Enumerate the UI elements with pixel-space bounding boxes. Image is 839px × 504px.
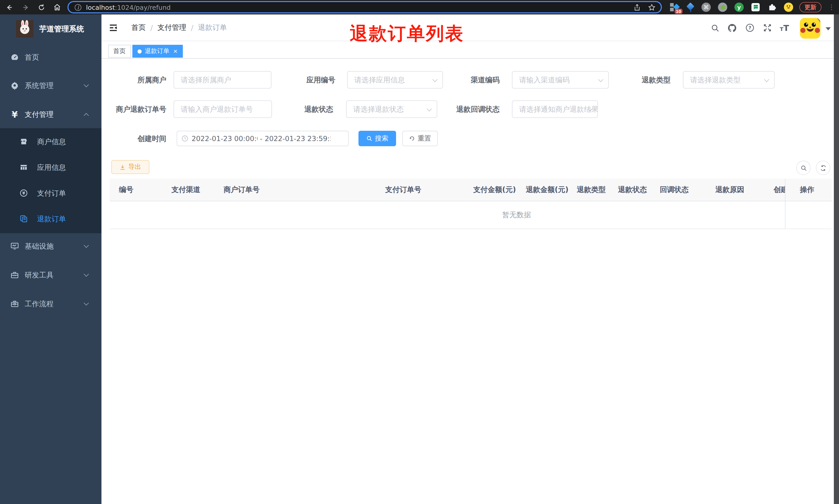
yen-icon: ¥	[10, 110, 19, 119]
refund-table: 编号 支付渠道 商户订单号 支付订单号 支付金额(元) 退款金额(元) 退款类型…	[110, 179, 832, 229]
col-header: 退款状态	[613, 185, 655, 194]
export-button[interactable]: 导出	[111, 160, 149, 174]
bookmark-star-icon[interactable]	[648, 3, 656, 11]
fullscreen-icon[interactable]	[760, 14, 775, 41]
site-info-icon[interactable]: i	[75, 4, 82, 11]
sidebar-item-pay-order[interactable]: ¥ 支付订单	[0, 180, 102, 206]
extension-icon-green-dot[interactable]	[718, 3, 727, 12]
extension-icon-y[interactable]: y	[734, 3, 744, 12]
page-title-annotation: 退款订单列表	[350, 22, 464, 46]
sidebar-item-dev-tools[interactable]: 研发工具	[0, 262, 102, 288]
close-icon[interactable]: ×	[173, 48, 178, 54]
tag-label: 首页	[113, 47, 126, 56]
breadcrumb-current: 退款订单	[198, 23, 227, 32]
breadcrumb: 首页 / 支付管理 / 退款订单	[131, 14, 227, 41]
breadcrumb-payment[interactable]: 支付管理	[157, 23, 186, 32]
chevron-down-icon	[84, 300, 89, 306]
breadcrumb-home[interactable]: 首页	[131, 23, 146, 32]
extension-icon-emoji[interactable]	[784, 3, 793, 12]
sidebar-item-system[interactable]: 系统管理	[0, 73, 102, 98]
notify-status-select[interactable]: 请选择通知商户退款结果的	[512, 101, 598, 118]
document-copy-icon	[20, 215, 28, 223]
extension-icon-kite[interactable]	[686, 3, 695, 12]
chevron-down-icon	[84, 272, 89, 277]
search-button[interactable]: 搜索	[358, 131, 396, 146]
sidebar-item-app-info[interactable]: 应用信息	[0, 155, 102, 180]
browser-reload-icon[interactable]	[35, 0, 47, 14]
reset-button[interactable]: 重置	[402, 131, 438, 146]
filter-label: 应用编号	[253, 71, 335, 89]
search-icon[interactable]	[707, 14, 722, 41]
toolbox-icon	[10, 271, 19, 279]
browser-update-button[interactable]: 更新	[799, 2, 821, 12]
toggle-search-button[interactable]	[796, 161, 811, 175]
browser-menu-icon[interactable]: ⋮	[828, 2, 835, 13]
col-header: 操作	[785, 185, 832, 194]
col-header: 支付渠道	[166, 185, 218, 194]
avatar-caret-icon[interactable]	[826, 27, 831, 30]
filter-label: 退款状态	[251, 101, 333, 118]
extension-icon-command[interactable]: ⌘	[701, 3, 711, 12]
col-header: 退款类型	[572, 185, 613, 194]
refund-type-select[interactable]: 请选择退款类型	[683, 71, 774, 89]
tags-view: 首页 退款订单 ×	[102, 42, 839, 59]
filter-label: 退款回调状态	[417, 101, 500, 118]
shop-icon	[20, 138, 28, 146]
export-button-label: 导出	[128, 163, 141, 172]
refresh-button[interactable]	[816, 161, 830, 175]
sidebar-item-label: 研发工具	[25, 262, 54, 288]
help-icon[interactable]: ?	[742, 14, 757, 41]
extension-icon-tiles[interactable]: 10	[670, 3, 679, 12]
sidebar-item-workflow[interactable]: 工作流程	[0, 291, 102, 317]
payment-submenu: 商户信息 应用信息 ¥ 支付订单 退款订单	[0, 128, 102, 233]
extension-icon-puzzle[interactable]	[767, 3, 777, 12]
tag-refund-order[interactable]: 退款订单 ×	[132, 45, 183, 58]
tag-home[interactable]: 首页	[108, 45, 131, 58]
main-area: 首页 / 支付管理 / 退款订单 退款订单列表 ? TT	[102, 14, 839, 504]
reset-button-label: 重置	[418, 134, 431, 143]
range-end-value[interactable]: 2022-01-23 23:59:59	[265, 134, 331, 143]
font-size-icon[interactable]: TT	[777, 14, 792, 41]
extension-badge: 10	[675, 9, 682, 14]
sidebar-item-label: 支付订单	[37, 180, 66, 206]
table-empty-row: 暂无数据	[110, 201, 832, 229]
svg-text:?: ?	[749, 25, 751, 30]
sidebar-item-refund-order[interactable]: 退款订单	[0, 206, 102, 232]
browser-back-icon[interactable]	[3, 0, 15, 14]
sidebar-collapse-icon[interactable]	[109, 23, 118, 32]
url-text: localhost:1024/pay/refund	[86, 3, 171, 11]
window-edge	[834, 14, 839, 504]
avatar[interactable]	[800, 18, 820, 39]
sidebar-item-label: 工作流程	[25, 291, 54, 317]
extension-icon-chat[interactable]	[751, 3, 760, 12]
range-separator: -	[257, 134, 265, 143]
sidebar-item-home[interactable]: 首页	[0, 44, 102, 70]
app-title: 芋道管理系统	[39, 14, 84, 43]
sidebar-item-payment[interactable]: ¥ 支付管理	[0, 102, 102, 127]
clock-icon	[181, 135, 189, 142]
gear-icon	[10, 81, 19, 90]
sidebar-item-label: 系统管理	[25, 73, 54, 98]
app-logo	[16, 20, 34, 38]
browser-forward-icon[interactable]	[19, 0, 31, 14]
address-bar[interactable]: i localhost:1024/pay/refund	[68, 1, 662, 13]
app-logo-row[interactable]: 芋道管理系统	[0, 14, 102, 43]
col-header: 编号	[110, 185, 166, 194]
search-button-label: 搜索	[375, 134, 388, 143]
chevron-down-icon	[84, 82, 89, 87]
chevron-up-icon	[84, 113, 89, 118]
share-icon[interactable]	[633, 3, 641, 11]
table-grid-icon	[20, 163, 28, 172]
navbar: 首页 / 支付管理 / 退款订单 退款订单列表 ? TT	[102, 14, 839, 41]
sidebar-item-merchant-info[interactable]: 商户信息	[0, 129, 102, 155]
placeholder: 请选择通知商户退款结果的	[513, 101, 597, 118]
range-start-value[interactable]: 2022-01-23 00:00:00	[192, 134, 257, 143]
sidebar-item-infrastructure[interactable]: 基础设施	[0, 233, 102, 259]
fixed-column-divider	[785, 179, 785, 229]
monitor-icon	[10, 242, 19, 250]
col-header: 支付订单号	[380, 185, 468, 194]
chevron-down-icon	[84, 243, 89, 248]
github-icon[interactable]	[724, 14, 739, 41]
browser-home-icon[interactable]	[51, 0, 64, 14]
create-time-range-picker[interactable]: 2022-01-23 00:00:00 - 2022-01-23 23:59:5…	[177, 131, 349, 146]
